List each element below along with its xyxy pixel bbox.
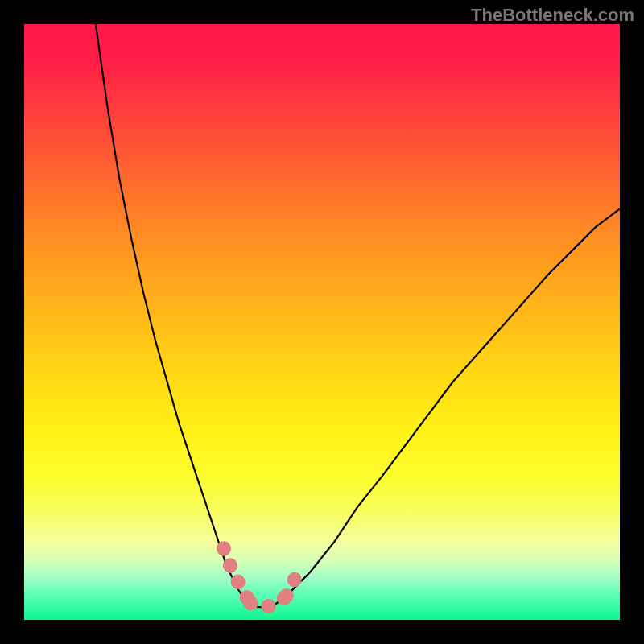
- series-pink-right-segment: [287, 572, 299, 597]
- watermark-text: TheBottleneck.com: [471, 5, 634, 26]
- series-pink-left-segment: [224, 548, 250, 602]
- plot-area: [24, 24, 620, 620]
- series-group: [96, 24, 620, 607]
- chart-svg: [24, 24, 620, 620]
- series-left-curve: [96, 24, 250, 605]
- series-right-curve: [275, 208, 620, 605]
